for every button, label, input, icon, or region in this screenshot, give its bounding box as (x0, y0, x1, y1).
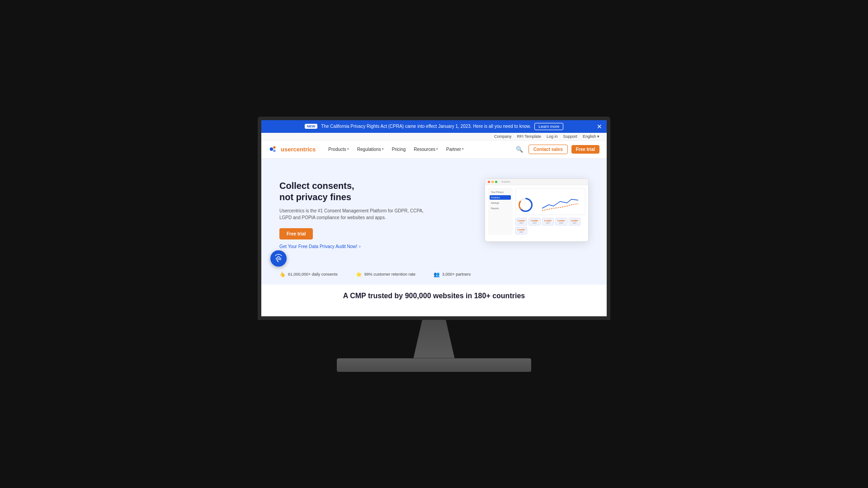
nav-regulations[interactable]: Regulations ▾ (354, 145, 387, 154)
sidebar-analytics-active: Analytics (490, 195, 511, 200)
nav-items: Products ▾ Regulations ▾ Pricing Resourc… (325, 145, 514, 154)
hero-content: Collect consents, not privacy fines User… (279, 180, 433, 249)
badge-5: Leader 2022 (569, 218, 580, 225)
support-link[interactable]: Support (563, 134, 577, 139)
star-icon: ⭐ (356, 272, 362, 277)
search-button[interactable]: 🔍 (514, 144, 525, 155)
utility-nav: Company RFI Template Log in Support Engl… (261, 133, 607, 141)
audit-link[interactable]: Get Your Free Data Privacy Audit Now! › (279, 244, 433, 249)
badge-6: Leader 2022 (515, 227, 527, 235)
people-icon: 👥 (434, 272, 440, 277)
window-title-bar: Analytics (485, 179, 588, 185)
stat-partners: 👥 3,000+ partners (434, 272, 471, 277)
maximize-dot (495, 181, 497, 183)
hero-title: Collect consents, not privacy fines (279, 180, 433, 203)
chevron-down-icon: ▾ (597, 134, 599, 139)
hero-section: Collect consents, not privacy fines User… (261, 159, 607, 267)
badge-row: Leader 2022 Leader 2022 Leader 2022 (515, 218, 585, 235)
stats-row: 👆 61,000,000+ daily consents ⭐ 99% custo… (261, 267, 607, 285)
sidebar-your-privacy: Your Privacy (490, 190, 511, 194)
logo-text: usercentrics (281, 146, 316, 153)
learn-more-button[interactable]: Learn more (534, 123, 563, 130)
company-link[interactable]: Company (494, 134, 512, 139)
dashboard-sidebar: Your Privacy Analytics Settings Reports (488, 188, 513, 235)
monitor-stand-base (337, 358, 531, 372)
arrow-right-icon: › (359, 244, 360, 249)
chart-area (515, 188, 585, 215)
chevron-down-icon: ▾ (462, 147, 464, 151)
free-trial-nav-button[interactable]: Free trial (571, 145, 599, 154)
logo[interactable]: usercentrics (269, 144, 316, 154)
log-in-link[interactable]: Log in (547, 134, 558, 139)
nav-pricing[interactable]: Pricing (388, 145, 410, 154)
rfi-template-link[interactable]: RFI Template (517, 134, 541, 139)
new-badge: NEW (305, 124, 318, 129)
consent-float-button[interactable] (270, 250, 287, 267)
window-title-text: Analytics (501, 180, 510, 183)
cmp-title: A CMP trusted by 900,000 websites in 180… (279, 292, 589, 300)
line-chart (537, 195, 583, 213)
announcement-banner: NEW The California Privacy Rights Act (C… (261, 120, 607, 133)
sidebar-settings: Settings (490, 201, 511, 205)
badge-2: Leader 2022 (528, 218, 540, 225)
finger-icon: 👆 (279, 272, 286, 277)
stat-daily-consents: 👆 61,000,000+ daily consents (279, 272, 338, 277)
hero-subtitle: Usercentrics is the #1 Consent Managemen… (279, 207, 433, 221)
main-nav: usercentrics Products ▾ Regulations ▾ Pr… (261, 141, 607, 159)
dashboard-body: Your Privacy Analytics Settings Reports (485, 185, 588, 237)
contact-sales-button[interactable]: Contact sales (528, 145, 568, 154)
monitor-screen: NEW The California Privacy Rights Act (C… (258, 117, 610, 320)
banner-close-button[interactable]: ✕ (597, 123, 602, 130)
badge-4: Leader 2022 (555, 218, 567, 225)
nav-right: 🔍 Contact sales Free trial (514, 144, 599, 155)
language-selector[interactable]: English ▾ (583, 134, 599, 139)
pie-chart (518, 197, 533, 213)
free-trial-hero-button[interactable]: Free trial (279, 228, 313, 239)
nav-partner[interactable]: Partner ▾ (443, 145, 467, 154)
svg-point-2 (273, 150, 276, 152)
monitor-stand-neck (405, 320, 463, 358)
chevron-down-icon: ▾ (347, 147, 349, 151)
badge-3: Leader 2022 (542, 218, 554, 225)
cmp-section: A CMP trusted by 900,000 websites in 180… (261, 285, 607, 307)
sidebar-reports: Reports (490, 206, 511, 211)
logo-icon (269, 144, 278, 154)
fingerprint-icon (274, 254, 283, 263)
svg-point-1 (273, 146, 276, 149)
svg-point-0 (270, 147, 273, 150)
stat-retention-rate: ⭐ 99% customer retention rate (356, 272, 415, 277)
nav-resources[interactable]: Resources ▾ (410, 145, 442, 154)
dashboard-main: Leader 2022 Leader 2022 Leader 2022 (515, 188, 585, 235)
chevron-down-icon: ▾ (436, 147, 438, 151)
hero-visual: Analytics Your Privacy Analytics Setting… (476, 178, 589, 251)
svg-point-6 (522, 201, 529, 208)
minimize-dot (491, 181, 494, 183)
banner-message: The California Privacy Rights Act (CPRA)… (321, 124, 531, 129)
badge-1: Leader 2022 (515, 218, 527, 225)
chevron-down-icon: ▾ (382, 147, 384, 151)
dashboard-screenshot: Analytics Your Privacy Analytics Setting… (485, 178, 589, 242)
close-dot (488, 181, 490, 183)
nav-products[interactable]: Products ▾ (325, 145, 352, 154)
